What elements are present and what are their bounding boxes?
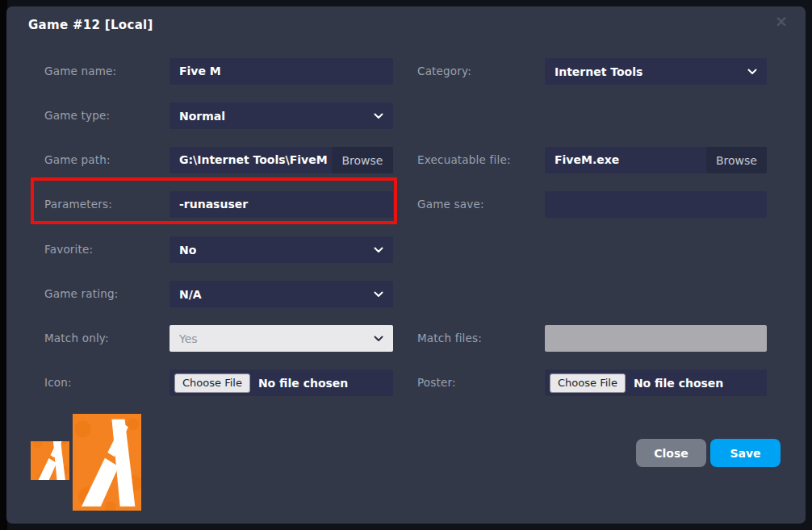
executable-file-label: Execuatable file: — [417, 147, 538, 173]
parameters-label: Parameters: — [44, 191, 165, 218]
icon-file-status: No file chosen — [258, 377, 348, 390]
game-save-label: Game save: — [417, 191, 538, 218]
fivem-poster — [73, 414, 141, 511]
game-type-select[interactable]: Normal — [170, 102, 393, 129]
favorite-label: Favorite: — [44, 236, 165, 263]
game-type-value: Normal — [179, 110, 225, 123]
save-button[interactable]: Save — [710, 439, 781, 467]
category-value: Internet Tools — [555, 65, 642, 78]
chevron-down-icon — [374, 113, 383, 119]
game-rating-value: N/A — [179, 288, 202, 301]
poster-label: Poster: — [417, 369, 538, 396]
game-name-input[interactable] — [170, 58, 393, 85]
game-path-label: Game path: — [44, 147, 165, 173]
match-files-label: Match files: — [417, 325, 538, 352]
chevron-down-icon — [747, 69, 757, 75]
poster-file-input[interactable]: Choose File No file chosen — [545, 369, 767, 396]
icon-label: Icon: — [44, 369, 165, 396]
game-type-label: Game type: — [44, 102, 165, 129]
close-icon[interactable]: × — [775, 11, 788, 31]
game-save-input[interactable] — [545, 191, 767, 218]
icon-choose-file-button[interactable]: Choose File — [174, 374, 250, 393]
match-files-input — [545, 325, 767, 352]
executable-file-browse-button[interactable]: Browse — [706, 147, 767, 173]
chevron-down-icon — [374, 291, 383, 298]
chevron-down-icon — [374, 247, 383, 253]
favorite-select[interactable]: No — [170, 236, 393, 263]
game-edit-dialog: Game #12 [Local] × Game name: Category: … — [6, 6, 806, 524]
favorite-value: No — [179, 244, 196, 257]
match-only-label: Match only: — [44, 325, 165, 352]
poster-file-status: No file chosen — [634, 377, 723, 390]
match-only-select: Yes — [170, 325, 393, 352]
icon-file-input[interactable]: Choose File No file chosen — [170, 369, 393, 396]
poster-choose-file-button[interactable]: Choose File — [550, 374, 626, 393]
chevron-down-icon — [374, 336, 383, 342]
match-only-value: Yes — [179, 332, 198, 345]
game-path-browse-button[interactable]: Browse — [332, 147, 393, 173]
dialog-title: Game #12 [Local] — [28, 18, 153, 32]
close-button[interactable]: Close — [636, 439, 706, 467]
parameters-input[interactable] — [170, 191, 393, 218]
game-name-label: Game name: — [44, 58, 165, 85]
fivem-icon — [31, 441, 69, 480]
game-rating-select[interactable]: N/A — [170, 281, 393, 307]
category-select[interactable]: Internet Tools — [545, 58, 767, 85]
category-label: Category: — [417, 58, 538, 85]
game-rating-label: Game rating: — [44, 281, 165, 307]
